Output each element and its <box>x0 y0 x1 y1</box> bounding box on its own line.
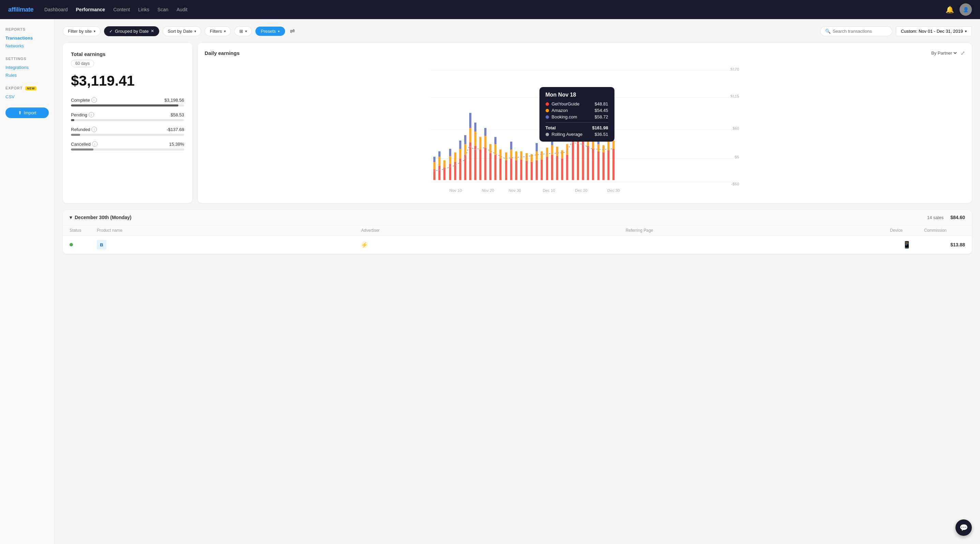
nav-links[interactable]: Links <box>138 7 150 12</box>
svg-rect-93 <box>603 145 605 153</box>
chevron-down-icon: ▾ <box>194 29 196 33</box>
date-range-button[interactable]: Custom: Nov 01 - Dec 31, 2019 ▾ <box>896 26 972 36</box>
complete-stat: Complete i $3,198.56 <box>71 97 184 107</box>
pending-progress-fill <box>71 119 74 121</box>
sort-by-date-button[interactable]: Sort by Date ▾ <box>163 26 201 36</box>
sidebar-item-networks[interactable]: Networks <box>5 42 49 50</box>
svg-text:Dec 30: Dec 30 <box>607 188 620 193</box>
svg-rect-65 <box>546 156 548 180</box>
refunded-stat: Refunded i -$137.68 <box>71 127 184 136</box>
top-navigation: affilimate Dashboard Performance Content… <box>0 0 980 19</box>
svg-rect-24 <box>459 149 461 158</box>
daily-card-header: Daily earnings By Partner ⤢ <box>205 50 965 56</box>
svg-rect-31 <box>469 113 471 128</box>
sidebar-item-csv[interactable]: CSV <box>5 93 49 101</box>
info-icon[interactable]: i <box>89 112 94 117</box>
svg-rect-54 <box>520 160 522 180</box>
advertiser-icon: ⚡ <box>361 241 368 248</box>
svg-rect-60 <box>536 160 538 180</box>
import-button[interactable]: ⬆ Import <box>5 107 49 118</box>
columns-button[interactable]: ⊞ ▾ <box>234 26 252 36</box>
svg-rect-29 <box>469 142 471 180</box>
svg-rect-80 <box>577 126 579 137</box>
nav-dashboard[interactable]: Dashboard <box>45 7 68 12</box>
period-badge: 60 days <box>71 60 94 67</box>
svg-rect-12 <box>433 156 436 162</box>
svg-rect-32 <box>474 146 476 180</box>
svg-rect-28 <box>464 135 466 144</box>
svg-rect-56 <box>525 161 528 180</box>
sidebar-item-integrations[interactable]: Integrations <box>5 64 49 71</box>
pending-stat: Pending i $58.53 <box>71 112 184 121</box>
expand-icon[interactable]: ⤢ <box>961 50 965 56</box>
svg-rect-57 <box>525 153 528 161</box>
sidebar: REPORTS Transactions Networks SETTINGS I… <box>0 19 54 544</box>
info-icon[interactable]: i <box>92 141 97 147</box>
info-icon[interactable]: i <box>91 97 97 103</box>
sidebar-item-transactions[interactable]: Transactions <box>5 34 49 42</box>
tablet-icon: 📱 <box>903 241 911 249</box>
filter-by-site-button[interactable]: Filter by site ▾ <box>63 26 100 36</box>
reports-section-title: REPORTS <box>5 27 49 31</box>
svg-rect-40 <box>489 153 492 180</box>
close-icon[interactable]: ✕ <box>151 29 154 34</box>
col-header-device: Device <box>890 228 924 233</box>
svg-rect-52 <box>515 160 517 180</box>
chat-button[interactable]: 💬 <box>955 519 972 536</box>
cancelled-stat: Cancelled i 15.38% <box>71 141 184 150</box>
pending-progress-track <box>71 119 184 121</box>
svg-text:$5: $5 <box>735 155 739 159</box>
daily-card-controls: By Partner ⤢ <box>930 50 965 56</box>
user-avatar[interactable]: 👤 <box>959 3 972 16</box>
svg-rect-16 <box>443 168 445 180</box>
refunded-value: -$137.68 <box>167 127 184 132</box>
svg-rect-15 <box>439 151 441 156</box>
table-header-row: Status Product name Advertiser Referring… <box>63 225 972 236</box>
complete-progress-fill <box>71 104 178 107</box>
daily-earnings-chart: $170 $115 $60 $5 -$50 <box>205 60 965 196</box>
nav-audit[interactable]: Audit <box>177 7 188 12</box>
total-earnings-card: Total earnings 60 days $3,119.41 Complet… <box>63 43 192 203</box>
nav-performance[interactable]: Performance <box>76 7 105 12</box>
chevron-down-icon[interactable]: ▾ <box>70 215 72 220</box>
complete-progress-track <box>71 104 184 107</box>
nav-links: Dashboard Performance Content Links Scan… <box>45 7 935 12</box>
chevron-down-icon: ▾ <box>965 29 967 33</box>
sidebar-item-rules[interactable]: Rules <box>5 71 49 79</box>
col-header-product: Product name <box>97 228 361 233</box>
svg-rect-84 <box>587 146 589 180</box>
svg-rect-14 <box>439 156 441 166</box>
svg-rect-17 <box>443 160 445 168</box>
daily-earnings-card: Daily earnings By Partner ⤢ $170 $115 <box>198 43 972 203</box>
commission-cell: $13.88 <box>924 242 965 247</box>
main-layout: REPORTS Transactions Networks SETTINGS I… <box>0 19 980 544</box>
by-partner-select[interactable]: By Partner <box>930 50 958 56</box>
group-sales-count: 14 sales <box>927 215 943 220</box>
col-header-advertiser: Advertiser <box>361 228 625 233</box>
svg-text:Dec 10: Dec 10 <box>542 188 555 193</box>
info-icon[interactable]: i <box>91 127 97 132</box>
adjust-button[interactable]: ⇌ <box>288 26 296 36</box>
filters-button[interactable]: Filters ▾ <box>205 26 231 36</box>
nav-content[interactable]: Content <box>113 7 130 12</box>
svg-rect-76 <box>572 131 574 180</box>
lightning-icon: ⚡ <box>361 242 368 248</box>
cancelled-progress-track <box>71 148 184 150</box>
check-icon: ✓ <box>109 29 113 34</box>
svg-rect-72 <box>561 158 563 180</box>
grouped-by-date-button[interactable]: ✓ Grouped by Date ✕ <box>104 26 159 36</box>
svg-rect-69 <box>551 138 553 145</box>
search-input[interactable] <box>833 29 887 34</box>
nav-scan[interactable]: Scan <box>158 7 169 12</box>
svg-text:Dec 20: Dec 20 <box>575 188 587 193</box>
notification-bell-icon[interactable]: 🔔 <box>945 5 954 14</box>
svg-rect-92 <box>603 153 605 180</box>
svg-rect-11 <box>433 162 436 169</box>
presets-button[interactable]: Presets ▾ <box>255 27 285 36</box>
cancelled-value: 15.38% <box>169 142 184 147</box>
refunded-progress-fill <box>71 134 80 136</box>
svg-rect-44 <box>495 137 496 144</box>
col-header-commission: Commission <box>924 228 965 233</box>
logo-text: affilimate <box>8 6 33 13</box>
svg-text:Nov 20: Nov 20 <box>482 188 494 193</box>
